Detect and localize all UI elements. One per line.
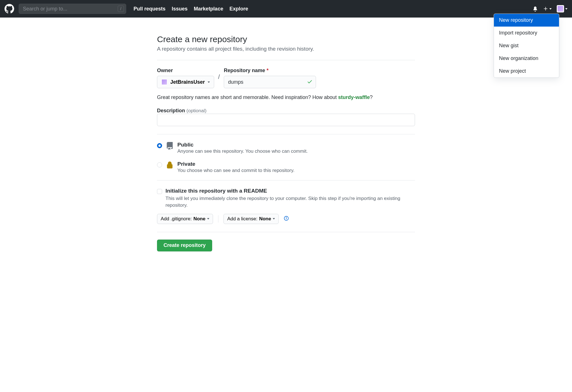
chevron-down-icon	[565, 8, 567, 10]
dropdown-new-gist[interactable]: New gist	[494, 39, 559, 52]
create-new-menu[interactable]	[543, 6, 552, 11]
chevron-down-icon	[207, 218, 209, 219]
dropdown-new-project[interactable]: New project	[494, 65, 559, 77]
chevron-down-icon	[549, 8, 552, 10]
nav-explore[interactable]: Explore	[229, 6, 248, 12]
readme-row: Initialize this repository with a README…	[157, 188, 415, 209]
private-title: Private	[177, 161, 294, 167]
main-content: Create a new repository A repository con…	[157, 18, 415, 263]
readme-desc: This will let you immediately clone the …	[165, 195, 415, 209]
public-desc: Anyone can see this repository. You choo…	[177, 148, 308, 154]
svg-point-2	[286, 217, 287, 217]
path-separator: /	[218, 73, 220, 83]
dropdown-new-repository[interactable]: New repository	[494, 14, 559, 27]
owner-avatar-icon	[161, 79, 167, 85]
chevron-down-icon	[273, 218, 275, 219]
create-repository-button[interactable]: Create repository	[157, 240, 212, 251]
page-title: Create a new repository	[157, 35, 415, 44]
notifications-icon[interactable]	[532, 6, 538, 12]
check-icon	[307, 79, 313, 85]
search-input[interactable]	[19, 4, 126, 14]
dropdown-new-organization[interactable]: New organization	[494, 52, 559, 65]
github-logo-icon[interactable]	[5, 4, 14, 14]
public-title: Public	[177, 142, 308, 148]
license-select[interactable]: Add a license: None	[223, 214, 279, 224]
divider	[157, 232, 415, 232]
avatar-icon	[557, 5, 564, 12]
divider	[157, 60, 415, 60]
chevron-down-icon	[208, 81, 210, 83]
description-label: Description (optional)	[157, 108, 207, 113]
name-hint: Great repository names are short and mem…	[157, 94, 415, 100]
owner-value: JetBrainsUser	[170, 79, 205, 85]
visibility-public-row[interactable]: Public Anyone can see this repository. Y…	[157, 142, 415, 154]
private-radio[interactable]	[157, 162, 162, 167]
search-wrap: /	[19, 4, 126, 14]
owner-label: Owner	[157, 68, 214, 74]
primary-nav: Pull requests Issues Marketplace Explore	[134, 6, 248, 12]
divider	[157, 180, 415, 180]
private-desc: You choose who can see and commit to thi…	[177, 168, 294, 173]
visibility-private-row[interactable]: Private You choose who can see and commi…	[157, 161, 415, 173]
nav-marketplace[interactable]: Marketplace	[194, 6, 223, 12]
header-actions	[532, 5, 567, 12]
divider	[157, 134, 415, 134]
nav-pull-requests[interactable]: Pull requests	[134, 6, 165, 12]
dropdown-import-repository[interactable]: Import repository	[494, 27, 559, 39]
page-subtitle: A repository contains all project files,…	[157, 46, 415, 52]
repo-name-label: Repository name *	[224, 68, 316, 74]
repo-icon	[165, 142, 174, 150]
owner-select[interactable]: JetBrainsUser	[157, 76, 214, 88]
lock-icon	[165, 161, 174, 169]
user-menu[interactable]	[557, 5, 567, 12]
slash-key-icon: /	[118, 6, 124, 12]
description-input[interactable]	[157, 114, 415, 126]
create-new-dropdown: New repository Import repository New gis…	[494, 14, 559, 78]
repo-name-input[interactable]	[224, 76, 316, 88]
readme-title: Initialize this repository with a README	[165, 188, 267, 194]
info-icon[interactable]	[284, 216, 289, 222]
gitignore-select[interactable]: Add .gitignore: None	[157, 214, 213, 224]
suggestion-link[interactable]: sturdy-waffle	[338, 94, 370, 100]
readme-checkbox[interactable]	[157, 189, 162, 194]
vertical-divider	[218, 215, 218, 223]
global-header: / Pull requests Issues Marketplace Explo…	[0, 0, 572, 18]
nav-issues[interactable]: Issues	[172, 6, 188, 12]
public-radio[interactable]	[157, 143, 162, 148]
